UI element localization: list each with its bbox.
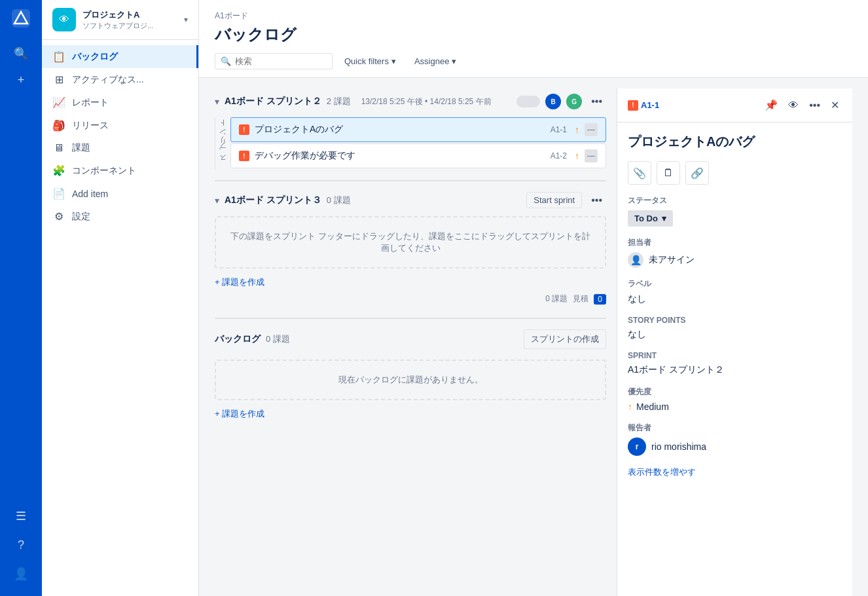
priority-value: Medium: [636, 401, 669, 412]
sprint3-footer-estimate-label: 見積: [573, 293, 588, 305]
sidebar-item-additem[interactable]: 📄 Add item: [42, 182, 198, 205]
sidebar-item-settings[interactable]: ⚙ 設定: [42, 205, 198, 228]
sidebar-item-issue-label: 課題: [72, 142, 90, 154]
assignee-filter-button[interactable]: Assignee ▾: [408, 53, 463, 69]
priority-label: 優先度: [628, 386, 842, 398]
toolbar: 🔍 Quick filters ▾ Assignee ▾: [215, 53, 852, 77]
issue-a1-1-id: A1-1: [551, 125, 567, 134]
panel-more-button[interactable]: •••: [806, 97, 823, 114]
attach-link-button[interactable]: 🔗: [685, 161, 709, 185]
panel-watch-button[interactable]: 👁: [786, 97, 801, 114]
sprint3-create-label: + 課題を作成: [215, 276, 264, 288]
issue-a1-2-title: デバッグ作業が必要です: [255, 150, 545, 162]
sidebar-item-additem-label: Add item: [72, 189, 108, 199]
sprint2-toggle[interactable]: [516, 96, 540, 107]
backlog-create-label: + 課題を作成: [215, 408, 264, 420]
quick-filters-button[interactable]: Quick filters ▾: [338, 53, 403, 69]
sprint3-collapse-icon[interactable]: ▾: [215, 195, 219, 206]
sprint3-header: ▾ A1ボード スプリント３ 0 課題 Start sprint •••: [215, 187, 606, 214]
sidebar-item-backlog[interactable]: 📋 バックログ: [42, 45, 198, 68]
component-icon: 🧩: [52, 164, 65, 177]
sidebar-nav: 📋 バックログ ⊞ アクティブなス... 📈 レポート 🎒 リリース 🖥 課題 …: [42, 40, 198, 233]
sidebar-item-report-label: レポート: [72, 97, 109, 109]
story-points-label: Story points: [628, 316, 842, 325]
sidebar-item-release-label: リリース: [72, 120, 109, 132]
sprint2-issues: ! プロジェクトAのバグ A1-1 ↑ — ! デバッグ作業が必要です A1-2…: [230, 117, 606, 170]
sprint2-header: ▾ A1ボード スプリント２ 2 課題 13/2/18 5:25 午後 • 14…: [215, 88, 606, 115]
reporter-row: r rio morishima: [628, 438, 842, 456]
assignee-label: 担当者: [628, 237, 842, 248]
search-input[interactable]: [235, 56, 327, 66]
reporter-value: rio morishima: [651, 441, 706, 452]
sprint2-actions: B G •••: [516, 94, 606, 109]
additem-icon: 📄: [52, 187, 65, 200]
backlog-count: 0 課題: [266, 333, 290, 345]
sidebar-item-release[interactable]: 🎒 リリース: [42, 114, 198, 137]
app-logo[interactable]: [10, 8, 31, 29]
sidebar-item-active[interactable]: ⊞ アクティブなス...: [42, 68, 198, 91]
issue-a1-2-priority: ↑: [575, 151, 579, 161]
sprint2-avatar-blue: B: [545, 94, 561, 109]
story-points-field: Story points なし: [628, 316, 842, 341]
backlog-icon: 📋: [52, 50, 65, 63]
create-nav-icon[interactable]: +: [9, 68, 33, 92]
backlog-empty-area: 現在バックログに課題がありません。: [215, 360, 606, 400]
sprint3-create-issue-button[interactable]: + 課題を作成: [215, 274, 606, 291]
issue-a1-1-priority: ↑: [575, 124, 579, 135]
search-box[interactable]: 🔍: [215, 53, 333, 69]
panel-close-button[interactable]: ✕: [828, 96, 842, 114]
sprint2-dates: 13/2/18 5:25 午後 • 14/2/18 5:25 午前: [361, 96, 492, 107]
sprint2-section: ▾ A1ボード スプリント２ 2 課題 13/2/18 5:25 午後 • 14…: [215, 88, 606, 170]
story-points-value: なし: [628, 329, 646, 339]
panel-actions: 📌 👁 ••• ✕: [762, 96, 842, 114]
sidebar-item-report[interactable]: 📈 レポート: [42, 91, 198, 114]
status-value: To Do: [634, 214, 658, 223]
create-sprint-button[interactable]: スプリントの作成: [524, 329, 606, 349]
menu-nav-icon[interactable]: ☰: [9, 504, 33, 528]
project-header[interactable]: 👁 プロジェクトA ソフトウェアプロジ... ▾: [42, 0, 198, 40]
attach-paperclip-button[interactable]: 📎: [628, 161, 651, 185]
sidebar-item-component[interactable]: 🧩 コンポーネント: [42, 159, 198, 182]
sidebar-item-issue[interactable]: 🖥 課題: [42, 137, 198, 159]
report-icon: 📈: [52, 96, 65, 109]
issue-a1-2[interactable]: ! デバッグ作業が必要です A1-2 ↑ —: [230, 143, 606, 168]
user-nav-icon[interactable]: 👤: [9, 562, 33, 586]
main-body: ▾ A1ボード スプリント２ 2 課題 13/2/18 5:25 午後 • 14…: [199, 78, 868, 596]
project-info: プロジェクトA ソフトウェアプロジ...: [82, 9, 177, 31]
sprint2-count: 2 課題: [327, 96, 351, 107]
project-chevron-icon[interactable]: ▾: [184, 15, 188, 24]
assignee-avatar: 👤: [628, 252, 643, 268]
backlog-create-issue-button[interactable]: + 課題を作成: [215, 405, 606, 422]
status-field: ステータス To Do ▾: [628, 195, 842, 227]
sprint3-empty-area: 下の課題をスプリント フッターにドラッグしたり、課題をここにドラッグしてスプリン…: [215, 216, 606, 269]
issue-a1-2-dash: —: [585, 149, 598, 162]
assignee-row: 👤 未アサイン: [628, 252, 842, 268]
help-nav-icon[interactable]: ?: [9, 533, 33, 557]
issue-a1-1[interactable]: ! プロジェクトAのバグ A1-1 ↑ —: [230, 117, 606, 142]
backlog-section: バックログ 0 課題 スプリントの作成 現在バックログに課題がありません。 + …: [215, 324, 606, 422]
assignee-label: Assignee: [414, 56, 449, 66]
sprint2-vertical-label: スプリント: [215, 117, 230, 170]
sprint2-more-button[interactable]: •••: [587, 94, 606, 109]
bug-icon-a1-1: !: [239, 124, 249, 135]
show-more-button[interactable]: 表示件数を増やす: [628, 466, 842, 478]
start-sprint-button[interactable]: Start sprint: [526, 192, 582, 208]
sidebar-item-settings-label: 設定: [72, 211, 90, 223]
sprint3-title: A1ボード スプリント３: [225, 195, 321, 206]
sidebar-item-active-label: アクティブなス...: [72, 74, 144, 86]
settings-icon: ⚙: [52, 210, 65, 223]
search-nav-icon[interactable]: 🔍: [9, 42, 33, 65]
active-icon: ⊞: [52, 73, 65, 86]
panel-pin-button[interactable]: 📌: [762, 96, 780, 114]
quick-filters-label: Quick filters: [344, 56, 389, 66]
sprint3-more-button[interactable]: •••: [587, 193, 606, 208]
sidebar: 👁 プロジェクトA ソフトウェアプロジ... ▾ 📋 バックログ ⊞ アクティブ…: [42, 0, 199, 596]
release-icon: 🎒: [52, 119, 65, 132]
status-dropdown[interactable]: To Do ▾: [628, 210, 673, 227]
sprint2-collapse-icon[interactable]: ▾: [215, 96, 219, 107]
attach-doc-button[interactable]: 🗒: [657, 161, 680, 185]
priority-row: ↑ Medium: [628, 401, 842, 412]
backlog-section-header: バックログ 0 課題 スプリントの作成: [215, 324, 606, 354]
panel-header: ! A1-1 📌 👁 ••• ✕: [617, 88, 852, 122]
search-icon: 🔍: [221, 56, 231, 66]
